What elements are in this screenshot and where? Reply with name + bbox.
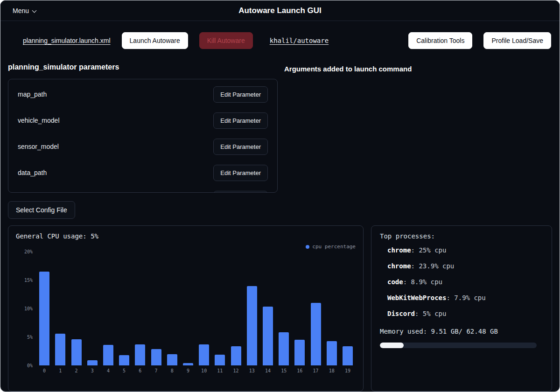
arguments-column: Arguments added to launch command: [278, 61, 552, 219]
parameter-name: map_path: [18, 91, 47, 98]
x-tick-label: 5: [116, 368, 132, 373]
cpu-bar: [71, 339, 82, 365]
x-tick-label: 0: [36, 368, 52, 373]
bar-slot: [276, 252, 292, 365]
main-columns: planning_simulator parameters map_pathEd…: [0, 58, 560, 219]
cpu-bar: [327, 341, 337, 365]
x-tick-label: 17: [308, 368, 323, 373]
edit-parameter-button[interactable]: Edit Parameter: [213, 139, 268, 155]
profile-load-save-button[interactable]: Profile Load/Save: [483, 32, 551, 49]
cpu-bar: [119, 355, 129, 365]
top-processes-panel: Top processes: chrome: 25% cpuchrome: 23…: [371, 225, 552, 392]
chart-plot-area: 012345678910111213141516171819: [36, 252, 356, 373]
parameter-row: Edit Parameter: [8, 186, 277, 193]
parameters-column: planning_simulator parameters map_pathEd…: [8, 61, 278, 219]
process-list: chrome: 25% cpuchrome: 23.9% cpucode: 8.…: [380, 246, 543, 317]
chart-x-axis: 012345678910111213141516171819: [36, 368, 356, 373]
bar-slot: [260, 252, 276, 365]
top-processes-title: Top processes:: [380, 232, 543, 240]
memory-progress-bar: [380, 343, 537, 348]
x-tick-label: 2: [68, 368, 84, 373]
y-tick-label: 0%: [27, 363, 33, 368]
cpu-bar: [311, 303, 321, 365]
cpu-bar: [55, 334, 65, 365]
edit-parameter-button[interactable]: Edit Parameter: [213, 165, 268, 181]
x-tick-label: 1: [52, 368, 68, 373]
bar-slot: [308, 252, 323, 365]
edit-parameter-button[interactable]: Edit Parameter: [213, 191, 268, 193]
cpu-bar: [215, 355, 225, 365]
cpu-bar: [39, 272, 49, 365]
cpu-bar: [279, 332, 289, 365]
process-name: code: [387, 278, 403, 286]
chart-y-axis: 0%5%10%15%20%: [16, 252, 36, 365]
x-tick-label: 18: [324, 368, 340, 373]
app-title: Autoware Launch GUI: [0, 6, 560, 15]
y-tick-label: 5%: [27, 335, 33, 340]
edit-parameter-button[interactable]: Edit Parameter: [213, 112, 268, 129]
memory-progress-fill: [380, 343, 404, 348]
cpu-usage-panel: General CPU usage: 5% cpu percentage 0%5…: [8, 225, 364, 392]
bar-slot: [36, 252, 52, 365]
launch-autoware-button[interactable]: Launch Autoware: [122, 32, 188, 49]
y-tick-label: 10%: [24, 306, 33, 311]
calibration-tools-button[interactable]: Calibration Tools: [408, 32, 472, 49]
bar-slot: [292, 252, 308, 365]
x-tick-label: 6: [132, 368, 148, 373]
cpu-bar: [183, 363, 193, 365]
parameter-row: vehicle_modelEdit Parameter: [8, 107, 277, 133]
process-item: code: 8.9% cpu: [380, 278, 543, 286]
parameter-row: data_pathEdit Parameter: [8, 160, 277, 186]
kill-autoware-button[interactable]: Kill Autoware: [199, 32, 253, 49]
launch-file-link[interactable]: planning_simulator.launch.xml: [23, 37, 111, 44]
cpu-bar: [87, 360, 98, 365]
toolbar: planning_simulator.launch.xml Launch Aut…: [0, 21, 560, 58]
bar-slot: [116, 252, 132, 365]
process-item: WebKitWebProces: 7.9% cpu: [380, 294, 543, 301]
x-tick-label: 10: [196, 368, 212, 373]
cpu-bar: [294, 340, 305, 365]
process-name: chrome: [387, 246, 411, 254]
bar-slot: [180, 252, 196, 365]
x-tick-label: 13: [244, 368, 260, 373]
x-tick-label: 7: [148, 368, 164, 373]
edit-parameter-button[interactable]: Edit Parameter: [213, 86, 268, 103]
process-item: chrome: 23.9% cpu: [380, 262, 543, 270]
cpu-bar: [343, 346, 353, 365]
bar-slot: [84, 252, 100, 365]
select-config-file-button[interactable]: Select Config File: [8, 201, 75, 219]
bar-slot: [148, 252, 164, 365]
parameter-row: map_pathEdit Parameter: [8, 81, 277, 107]
repo-link[interactable]: khalil/autoware: [270, 37, 329, 44]
cpu-bar: [231, 346, 241, 365]
bar-slot: [324, 252, 340, 365]
parameter-row: sensor_modelEdit Parameter: [8, 133, 277, 160]
bottom-row: General CPU usage: 5% cpu percentage 0%5…: [0, 219, 560, 392]
parameters-card: map_pathEdit Parametervehicle_modelEdit …: [8, 79, 278, 193]
process-name: chrome: [387, 262, 411, 270]
chart-bars: [36, 252, 356, 365]
process-name: Discord: [387, 310, 415, 317]
parameter-name: vehicle_model: [18, 117, 60, 124]
y-tick-label: 20%: [24, 249, 33, 254]
cpu-bar: [103, 345, 113, 365]
x-tick-label: 16: [292, 368, 308, 373]
bar-slot: [228, 252, 244, 365]
legend-label: cpu percentage: [312, 244, 356, 250]
chart-legend: cpu percentage: [16, 244, 356, 250]
cpu-bar: [151, 349, 161, 365]
arguments-title: Arguments added to launch command: [284, 65, 552, 73]
bar-slot: [164, 252, 180, 365]
bar-slot: [196, 252, 212, 365]
cpu-bar-chart: 0%5%10%15%20% 01234567891011121314151617…: [16, 252, 356, 373]
y-tick-label: 15%: [24, 278, 33, 283]
cpu-bar: [167, 354, 177, 365]
parameter-name: sensor_model: [18, 143, 59, 150]
cpu-usage-title: General CPU usage: 5%: [16, 232, 356, 240]
parameters-title: planning_simulator parameters: [8, 63, 278, 71]
bar-slot: [52, 252, 68, 365]
bar-slot: [244, 252, 260, 365]
cpu-bar: [247, 286, 257, 365]
x-tick-label: 15: [276, 368, 292, 373]
cpu-bar: [263, 307, 273, 365]
